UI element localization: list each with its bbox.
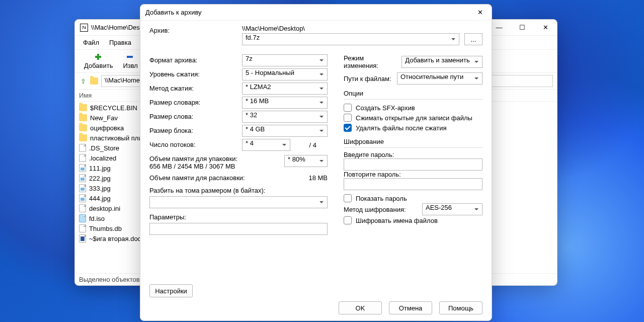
dict-select[interactable]: * 16 MB: [242, 97, 328, 109]
item-name: пластиковый пли: [90, 134, 142, 142]
add-to-archive-dialog: Добавить к архиву ✕ Архив: \\Mac\Home\De…: [140, 4, 492, 321]
sfx-checkbox[interactable]: Создать SFX-архив: [344, 103, 482, 113]
method-label: Метод сжатия:: [149, 83, 236, 95]
maximize-button[interactable]: ☐: [511, 20, 534, 36]
block-select[interactable]: * 4 GB: [242, 125, 328, 137]
settings-button[interactable]: Настройки: [149, 284, 193, 297]
title: \\Mac\Home\Des: [91, 24, 140, 31]
menu-file[interactable]: Файл: [79, 38, 103, 47]
minus-icon: [124, 53, 136, 61]
folder-icon: [79, 114, 87, 121]
help-button[interactable]: Помощь: [439, 301, 482, 314]
mem-unpack-label: Объем памяти для распаковки:: [149, 174, 245, 182]
params-label: Параметры:: [149, 213, 328, 221]
add-button[interactable]: Добавить: [79, 52, 118, 70]
item-name: 444.jpg: [89, 195, 111, 202]
item-name: Thumbs.db: [89, 225, 122, 232]
dialog-titlebar[interactable]: Добавить к архиву ✕: [140, 5, 492, 21]
method-select[interactable]: * LZMA2: [242, 83, 328, 95]
menu-edit[interactable]: Правка: [105, 38, 135, 47]
folder-icon: [79, 134, 87, 141]
mem-unpack-value: 18 MB: [308, 174, 328, 182]
ok-button[interactable]: OK: [339, 301, 382, 314]
file-icon: [79, 184, 86, 192]
level-select[interactable]: 5 - Нормальный: [242, 68, 328, 80]
item-name: 111.jpg: [89, 165, 111, 172]
file-icon: [79, 204, 86, 212]
delete-after-checkbox[interactable]: Удалять файлы после сжатия: [344, 123, 482, 133]
dialog-close-button[interactable]: ✕: [468, 5, 492, 21]
folder-icon: [79, 104, 87, 111]
plus-icon: [93, 53, 105, 61]
file-icon: [79, 144, 86, 152]
app-icon: 7z: [80, 24, 88, 32]
show-password-checkbox[interactable]: Показать пароль: [344, 193, 482, 203]
format-label: Формат архива:: [149, 54, 236, 66]
mem-pct-select[interactable]: * 80%: [284, 155, 328, 167]
item-name: оцифровка: [90, 124, 124, 132]
word-label: Размер слова:: [149, 111, 236, 123]
browse-button[interactable]: ...: [464, 33, 482, 45]
update-mode-select[interactable]: Добавить и заменить: [401, 56, 482, 68]
dialog-title: Добавить к архиву: [145, 9, 202, 16]
file-icon: [79, 174, 86, 182]
password-repeat-label: Повторите пароль:: [344, 171, 401, 178]
options-group: Опции: [344, 90, 482, 97]
item-name: 333.jpg: [89, 185, 111, 192]
item-name: New_Fav: [90, 114, 118, 122]
threads-label: Число потоков:: [149, 139, 236, 151]
item-name: $RECYCLE.BIN: [90, 104, 137, 112]
split-label: Разбить на тома размером (в байтах):: [149, 187, 328, 194]
mem-pack-value: 656 MB / 2454 MB / 3067 MB: [149, 163, 237, 170]
file-icon: [79, 164, 86, 172]
folder-icon: [90, 77, 98, 85]
archive-name-input[interactable]: fd.7z: [242, 33, 459, 45]
password-label: Введите пароль:: [344, 151, 394, 158]
compress-open-checkbox[interactable]: Сжимать открытые для записи файлы: [344, 113, 482, 123]
up-icon[interactable]: ⇧: [79, 77, 87, 85]
item-name: 222.jpg: [89, 175, 111, 182]
threads-max: / 4: [294, 141, 316, 149]
encryption-group: Шифрование: [344, 138, 482, 145]
file-icon: [79, 234, 86, 243]
archive-path: \\Mac\Home\Desktop\: [242, 25, 482, 32]
close-button[interactable]: ✕: [534, 20, 557, 36]
path-mode-label: Пути к файлам:: [344, 75, 391, 83]
svg-rect-1: [95, 56, 101, 58]
file-icon: [79, 224, 86, 232]
item-name: .DS_Store: [89, 144, 119, 152]
svg-rect-2: [127, 56, 133, 58]
file-icon: [79, 194, 86, 202]
threads-select[interactable]: * 4: [242, 139, 290, 151]
item-name: .localized: [89, 154, 116, 162]
path-mode-select[interactable]: Относительные пути: [397, 72, 482, 85]
item-name: ~$ига вторая.doc: [89, 235, 141, 243]
archive-label: Архив:: [149, 25, 236, 45]
split-select[interactable]: [149, 196, 328, 208]
params-input[interactable]: [149, 223, 328, 235]
encryption-method-select[interactable]: AES-256: [422, 203, 482, 215]
password-input[interactable]: [344, 158, 482, 171]
extract-button[interactable]: Извл: [118, 52, 143, 70]
level-label: Уровень сжатия:: [149, 68, 236, 80]
file-icon: [79, 154, 86, 162]
format-select[interactable]: 7z: [242, 54, 328, 66]
item-name: desktop.ini: [89, 205, 120, 212]
encryption-method-label: Метод шифрования:: [344, 206, 406, 213]
encrypt-names-checkbox[interactable]: Шифровать имена файлов: [344, 215, 482, 225]
folder-icon: [79, 124, 87, 131]
password-repeat-input[interactable]: [344, 178, 482, 190]
cancel-button[interactable]: Отмена: [389, 301, 432, 314]
mem-pack-label: Объем памяти для упаковки:: [149, 155, 237, 163]
word-select[interactable]: * 32: [242, 111, 328, 123]
dict-label: Размер словаря:: [149, 97, 236, 109]
update-mode-label: Режим изменения:: [344, 54, 396, 69]
block-label: Размер блока:: [149, 125, 236, 137]
file-icon: [79, 214, 86, 222]
item-name: fd.iso: [89, 215, 105, 222]
